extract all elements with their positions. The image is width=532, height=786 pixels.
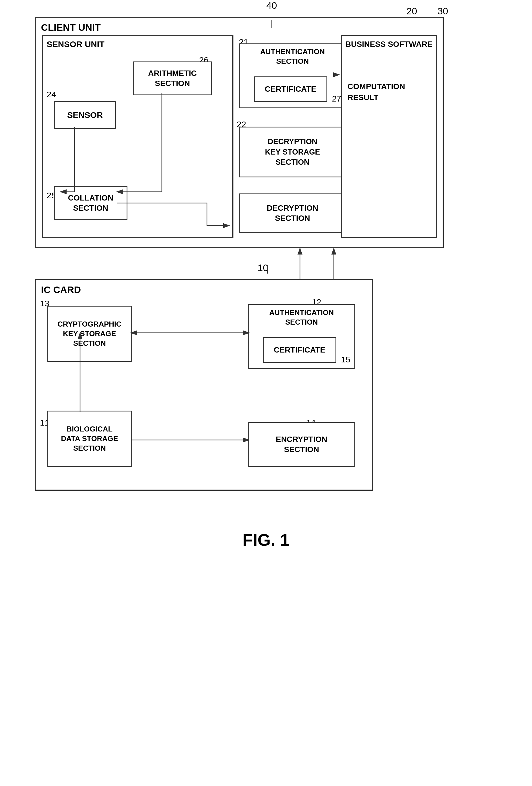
ref-24-label: 24 [47,90,56,99]
client-unit-label: CLIENT UNIT [41,22,101,33]
ref-15-label: 15 [341,355,350,364]
fig-label: FIG. 1 [26,530,506,550]
encryption-section-label: ENCRYPTION SECTION [276,434,327,455]
ref-20-label: 20 [407,6,417,17]
ref-30-label: 30 [438,6,448,17]
certificate-upper-label: CERTIFICATE [265,85,316,94]
business-software-label: BUSINESS SOFTWARE [345,40,433,49]
encryption-section-box: ENCRYPTION SECTION [248,422,355,467]
biological-data-storage-label: BIOLOGICAL DATA STORAGE SECTION [61,424,118,453]
auth-section-lower-box: AUTHENTICATION SECTION 15 CERTIFICATE [248,304,355,369]
business-software-box: BUSINESS SOFTWARE COMPUTATION RESULT [341,35,437,238]
decryption-section-label: DECRYPTION SECTION [267,203,318,224]
decryption-key-storage-box: DECRYPTION KEY STORAGE SECTION [239,126,346,178]
collation-section-box: COLLATION SECTION [54,186,127,220]
ref-10-label: 10 [258,262,268,273]
arithmetic-section-label: ARITHMETIC SECTION [148,68,197,89]
certificate-lower-box: CERTIFICATE [263,337,336,363]
computation-result-label: COMPUTATION RESULT [347,81,405,103]
auth-section-upper-box: AUTHENTICATION SECTION 27 CERTIFICATE [239,43,346,108]
page: 40 CLIENT UNIT 20 30 SENSOR UNIT 26 ARIT… [0,0,532,786]
biological-data-storage-box: BIOLOGICAL DATA STORAGE SECTION [47,411,132,467]
ic-card-label: IC CARD [41,284,81,295]
decryption-key-storage-label: DECRYPTION KEY STORAGE SECTION [265,137,320,167]
decryption-section-box: DECRYPTION SECTION [239,193,346,233]
sensor-box: SENSOR [54,101,116,129]
ic-card-box: IC CARD 12 AUTHENTICATION SECTION 15 CER… [35,279,373,491]
diagram-container: 40 CLIENT UNIT 20 30 SENSOR UNIT 26 ARIT… [26,17,506,40]
sensor-unit-box: SENSOR UNIT 26 ARITHMETIC SECTION 24 SEN… [42,35,234,238]
certificate-upper-box: CERTIFICATE [254,76,327,102]
collation-section-label: COLLATION SECTION [68,193,113,213]
client-unit-box: CLIENT UNIT 20 30 SENSOR UNIT 26 ARITHME… [35,17,444,248]
sensor-unit-label: SENSOR UNIT [47,40,104,49]
arithmetic-section-box: ARITHMETIC SECTION [133,62,212,95]
ref-27-label: 27 [332,94,341,103]
auth-section-upper-label: AUTHENTICATION SECTION [247,47,338,66]
auth-section-lower-label: AUTHENTICATION SECTION [257,308,347,327]
certificate-lower-label: CERTIFICATE [274,345,325,354]
ref-40-label: 40 [263,0,280,11]
cryptographic-key-storage-label: CRYPTOGRAPHIC KEY STORAGE SECTION [57,320,122,348]
crypto-key-storage-box: CRYPTOGRAPHIC KEY STORAGE SECTION [47,306,132,362]
sensor-label: SENSOR [67,110,103,120]
